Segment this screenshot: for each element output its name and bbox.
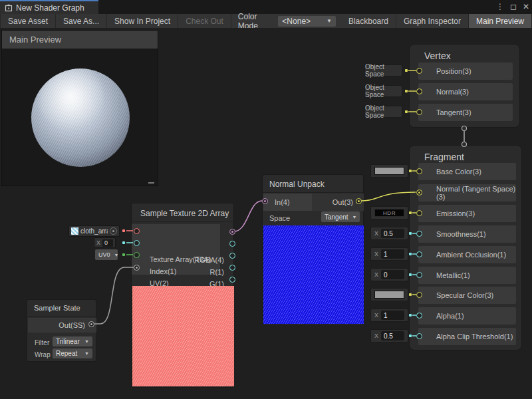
index-field[interactable]: 0 [102,239,113,247]
port-unpack-out[interactable] [356,198,362,204]
show-in-project-button[interactable]: Show In Project [107,14,178,28]
wire-out-to-normal [361,192,416,201]
object-picker-icon[interactable] [110,227,117,235]
uv-channel-dropdown[interactable]: UV0▼ [95,249,118,260]
port-position[interactable] [416,68,422,74]
port-normal-ts[interactable] [416,190,422,196]
sample-node-title: Sample Texture 2D Array [140,209,229,218]
basecolor-swatch-widget[interactable] [370,164,408,178]
position-space-value: Object Space [365,63,402,78]
port-ao[interactable] [416,251,422,257]
color-mode-dropdown[interactable]: <None> ▼ [278,16,336,27]
fragment-row-normal: Normal (Tangent Space)(3) [418,184,516,201]
fragment-row-ao: Ambient Occlusion(1) [418,246,516,263]
port-alpha[interactable] [416,313,422,319]
filter-dropdown[interactable]: Trilinear▼ [53,336,92,346]
wire-rgba-to-in [234,201,262,231]
hdr-swatch[interactable]: HDR [374,209,404,217]
normal-space-chip[interactable]: Object Space [364,85,402,97]
texture-name: cloth_array [80,227,108,235]
maximize-icon[interactable]: ◻ [510,0,517,14]
port-index-in[interactable] [134,240,140,246]
alphaclip-label: Alpha Clip Threshold(1) [436,332,513,340]
dot-basecolor [409,170,412,172]
save-asset-button[interactable]: Save Asset [0,14,56,28]
close-icon[interactable]: ✕ [523,0,529,14]
save-as-button[interactable]: Save As... [56,14,107,28]
alphaclip-float-widget[interactable]: X0.5 [370,329,408,342]
toolbar: Save Asset Save As... Show In Project Ch… [0,14,532,28]
position-label: Position(3) [436,67,471,75]
metallic-float-widget[interactable]: X0 [370,268,408,281]
unpack-normal-preview [263,225,364,324]
normal-unpack-node[interactable]: Normal Unpack In(4) Out(3) Space Tangent… [262,174,364,325]
graph-canvas[interactable]: Main Preview Vertex Position(3) Normal(3… [0,28,532,399]
smoothness-field[interactable]: 0.5 [381,229,404,238]
color-swatch[interactable] [374,291,404,299]
chevron-down-icon: ▼ [80,339,89,344]
texture-thumbnail-icon [71,227,78,235]
metallic-field[interactable]: 0 [381,270,404,279]
port-smoothness[interactable] [416,231,422,237]
port-metallic[interactable] [416,272,422,278]
main-preview-viewport[interactable] [2,49,158,186]
ao-field[interactable]: 1 [381,249,404,259]
blackboard-toggle-button[interactable]: Blackboard [341,14,396,28]
tangent-space-value: Object Space [365,104,402,119]
check-out-button[interactable]: Check Out [178,14,231,28]
alphaclip-field[interactable]: 0.5 [381,331,404,340]
metallic-label: Metallic(1) [436,271,470,279]
port-alphaclip[interactable] [416,333,422,339]
port-texture-array-in[interactable] [134,228,140,234]
index-float-widget[interactable]: X 0 [94,237,116,248]
main-preview-header[interactable]: Main Preview [2,31,158,49]
alpha-float-widget[interactable]: X1 [370,309,408,322]
port-normal[interactable] [416,88,422,94]
normal-label: Normal(3) [436,88,469,96]
tangent-space-chip[interactable]: Object Space [364,106,402,118]
port-a-out[interactable] [229,277,235,283]
port-specular[interactable] [416,292,422,298]
main-preview-toggle-button[interactable]: Main Preview [469,14,532,28]
port-unpack-in[interactable] [262,198,268,204]
port-rgba-out[interactable] [229,229,235,235]
fragment-row-alpha: Alpha(1) [418,307,516,325]
panel-resize-grip[interactable] [148,182,154,184]
output-rgba-label: RGBA(4) [194,256,224,264]
alpha-field[interactable]: 1 [381,311,404,320]
emission-hdr-widget[interactable]: HDR [370,206,408,219]
port-sampler-state-out[interactable] [88,321,94,327]
sample-texture-2d-array-node[interactable]: Sample Texture 2D Array Texture Array(T2… [131,203,234,388]
sample-texture-preview [132,286,234,386]
sampler-state-node[interactable]: Sampler State Out(SS) Filter Trilinear▼ … [27,299,96,362]
vertex-node-title: Vertex [424,51,451,61]
port-g-out[interactable] [229,253,235,259]
graph-inspector-toggle-button[interactable]: Graph Inspector [396,14,469,28]
color-swatch[interactable] [374,167,404,175]
window-menu-icon[interactable]: ⋮ [496,0,504,14]
position-space-chip[interactable]: Object Space [364,65,402,76]
ao-float-widget[interactable]: X1 [370,247,408,261]
port-sampler-in[interactable] [134,265,140,271]
specular-swatch-widget[interactable] [370,288,408,301]
space-dropdown[interactable]: Tangent▼ [321,211,360,222]
document-tab[interactable]: New Shader Graph [0,0,98,14]
port-basecolor[interactable] [416,168,422,174]
chevron-down-icon: ▼ [80,351,89,356]
vertex-node[interactable]: Vertex Position(3) Normal(3) Tangent(3) [409,44,520,128]
port-emission[interactable] [416,210,422,216]
fragment-node[interactable]: Fragment Base Color(3) Normal (Tangent S… [409,145,522,350]
port-tangent[interactable] [416,109,422,115]
wire-sampler-state [94,267,134,324]
wrap-dropdown[interactable]: Repeat▼ [53,348,92,358]
port-uv-in[interactable] [134,252,140,258]
chevron-down-icon: ▼ [110,253,119,257]
x-prefix: X [374,271,378,278]
smoothness-float-widget[interactable]: X0.5 [370,227,408,240]
uv-channel-value: UV0 [98,251,110,258]
tab-title: New Shader Graph [16,3,84,13]
port-b-out[interactable] [229,265,235,271]
texture-array-object-field[interactable]: cloth_array [68,225,120,237]
tangent-label: Tangent(3) [436,108,471,116]
port-r-out[interactable] [229,241,235,247]
